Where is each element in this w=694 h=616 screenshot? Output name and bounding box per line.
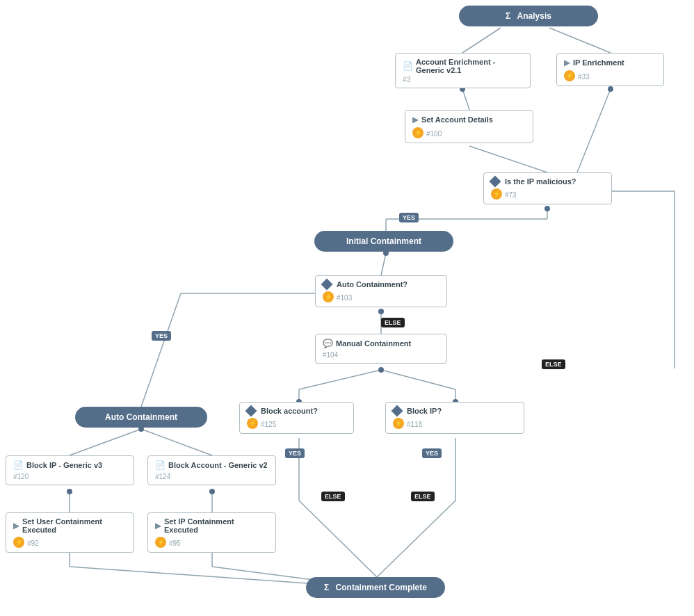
diamond-icon <box>490 176 501 188</box>
initial-label: Initial Containment <box>346 236 421 246</box>
containment-complete-node[interactable]: Σ Containment Complete <box>306 577 445 598</box>
else-badge-3: ELSE <box>321 492 345 501</box>
diamond-icon-3 <box>245 405 257 417</box>
auto-label: Auto Containment <box>105 412 177 422</box>
svg-line-4 <box>577 89 611 172</box>
sigma-icon: Σ <box>506 11 510 21</box>
else-badge-1: ELSE <box>381 318 405 327</box>
svg-line-14 <box>381 370 455 389</box>
svg-point-38 <box>209 489 215 494</box>
bolt-icon-set: ⚡ <box>412 127 423 138</box>
ip-enrichment-node[interactable]: ▶ IP Enrichment ⚡ #33 <box>556 53 664 86</box>
auto-containment-node[interactable]: Auto Containment <box>75 407 207 428</box>
svg-line-21 <box>299 501 377 577</box>
set-user-containment-node[interactable]: ▶ Set User Containment Executed ⚡ #92 <box>6 512 134 553</box>
bolt-icon-bip: ⚡ <box>393 418 404 429</box>
diamond-icon-2 <box>321 279 333 291</box>
arrow-icon-3: ▶ <box>155 521 161 530</box>
initial-containment-node[interactable]: Initial Containment <box>314 231 453 252</box>
auto-containment-q-node[interactable]: Auto Containment? ⚡ #103 <box>315 275 447 307</box>
bolt-icon-ip: ⚡ <box>564 70 575 81</box>
sigma-icon-2: Σ <box>324 583 329 592</box>
account-enrichment-node[interactable]: 📄 Account Enrichment - Generic v2.1 #3 <box>395 53 531 88</box>
bolt-icon-uc: ⚡ <box>13 537 24 548</box>
svg-line-16 <box>70 429 141 455</box>
svg-point-37 <box>67 489 72 494</box>
block-account-generic-node[interactable]: 📄 Block Account - Generic v2 #124 <box>147 455 276 485</box>
yes-badge-1: YES <box>399 213 419 222</box>
bolt-icon-ipc: ⚡ <box>155 537 166 548</box>
svg-point-35 <box>378 367 384 373</box>
yes-badge-4: YES <box>422 448 442 458</box>
svg-line-17 <box>141 429 212 455</box>
block-account-q-node[interactable]: Block account? ⚡ #125 <box>239 402 354 434</box>
diamond-icon-4 <box>392 405 403 417</box>
block-ip-q-node[interactable]: Block IP? ⚡ #118 <box>385 402 524 434</box>
bolt-icon-auto: ⚡ <box>323 291 334 302</box>
else-badge-2: ELSE <box>542 359 565 369</box>
svg-line-1 <box>549 28 611 53</box>
chat-icon: 💬 <box>323 339 333 348</box>
set-account-details-node[interactable]: ▶ Set Account Details ⚡ #100 <box>405 110 533 143</box>
block-ip-generic-node[interactable]: 📄 Block IP - Generic v3 #120 <box>6 455 134 485</box>
svg-line-11 <box>141 293 181 407</box>
svg-line-23 <box>377 501 455 577</box>
set-icon: ▶ <box>412 115 419 124</box>
svg-line-8 <box>381 253 386 275</box>
bolt-icon-ba: ⚡ <box>247 418 258 429</box>
yes-badge-3: YES <box>285 448 305 458</box>
arrow-icon: ▶ <box>564 58 570 67</box>
bolt-icon-ip-m: ⚡ <box>491 188 502 200</box>
svg-line-0 <box>462 28 501 53</box>
yes-badge-2: YES <box>152 331 171 341</box>
arrow-icon-2: ▶ <box>13 521 19 530</box>
manual-containment-node[interactable]: 💬 Manual Containment #104 <box>315 334 447 364</box>
svg-point-32 <box>544 206 550 211</box>
svg-line-12 <box>299 370 381 389</box>
doc-icon-3: 📄 <box>155 460 166 470</box>
analysis-node[interactable]: Σ Analysis <box>459 6 598 26</box>
svg-point-31 <box>608 86 613 92</box>
svg-line-2 <box>462 89 469 110</box>
else-badge-4: ELSE <box>411 492 435 501</box>
svg-point-34 <box>378 309 384 314</box>
set-ip-containment-node[interactable]: ▶ Set IP Containment Executed ⚡ #95 <box>147 512 276 553</box>
doc-icon-2: 📄 <box>13 460 24 470</box>
is-ip-malicious-node[interactable]: Is the IP malicious? ⚡ #73 <box>483 172 612 204</box>
svg-line-3 <box>469 146 547 172</box>
doc-icon: 📄 <box>403 61 413 71</box>
workflow-canvas: Σ Analysis 📄 Account Enrichment - Generi… <box>0 0 694 616</box>
